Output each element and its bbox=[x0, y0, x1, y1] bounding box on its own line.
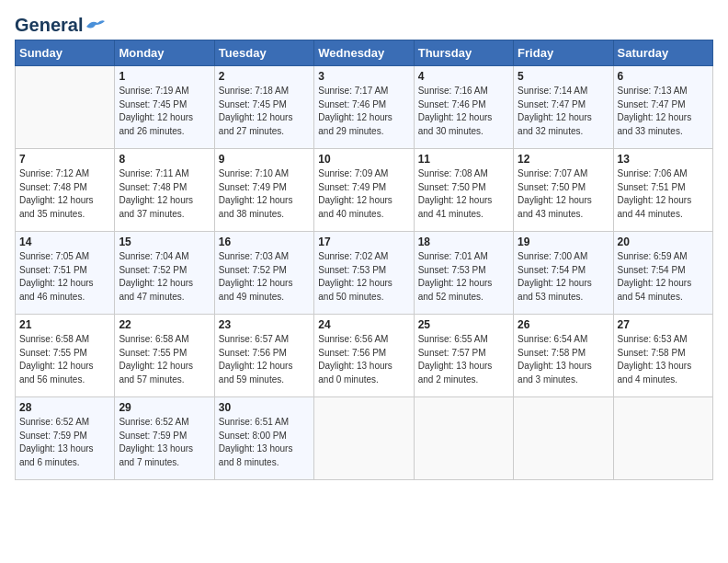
calendar-week-2: 7Sunrise: 7:12 AM Sunset: 7:48 PM Daylig… bbox=[16, 149, 713, 232]
day-info: Sunrise: 6:52 AM Sunset: 7:59 PM Dayligh… bbox=[19, 416, 110, 469]
day-number: 21 bbox=[19, 318, 110, 331]
calendar-cell: 22Sunrise: 6:58 AM Sunset: 7:55 PM Dayli… bbox=[115, 315, 214, 397]
calendar-cell: 19Sunrise: 7:00 AM Sunset: 7:54 PM Dayli… bbox=[514, 232, 613, 315]
day-number: 20 bbox=[618, 236, 709, 248]
calendar-cell: 1Sunrise: 7:19 AM Sunset: 7:45 PM Daylig… bbox=[115, 66, 214, 149]
day-info: Sunrise: 7:02 AM Sunset: 7:53 PM Dayligh… bbox=[318, 250, 409, 304]
col-header-saturday: Saturday bbox=[613, 40, 712, 66]
day-number: 14 bbox=[19, 236, 110, 248]
calendar-cell: 8Sunrise: 7:11 AM Sunset: 7:48 PM Daylig… bbox=[115, 149, 214, 232]
day-info: Sunrise: 7:00 AM Sunset: 7:54 PM Dayligh… bbox=[518, 250, 609, 304]
calendar-cell: 16Sunrise: 7:03 AM Sunset: 7:52 PM Dayli… bbox=[214, 232, 313, 315]
calendar-cell: 11Sunrise: 7:08 AM Sunset: 7:50 PM Dayli… bbox=[414, 149, 513, 232]
day-number: 24 bbox=[318, 318, 409, 331]
calendar-cell: 15Sunrise: 7:04 AM Sunset: 7:52 PM Dayli… bbox=[115, 232, 214, 315]
day-info: Sunrise: 7:03 AM Sunset: 7:52 PM Dayligh… bbox=[219, 250, 310, 304]
calendar-cell: 28Sunrise: 6:52 AM Sunset: 7:59 PM Dayli… bbox=[16, 397, 115, 480]
day-info: Sunrise: 7:09 AM Sunset: 7:49 PM Dayligh… bbox=[318, 167, 409, 221]
calendar-cell: 3Sunrise: 7:17 AM Sunset: 7:46 PM Daylig… bbox=[314, 66, 414, 149]
day-number: 16 bbox=[219, 236, 310, 248]
calendar-cell bbox=[16, 66, 115, 149]
day-number: 1 bbox=[119, 70, 210, 83]
day-info: Sunrise: 6:52 AM Sunset: 7:59 PM Dayligh… bbox=[119, 416, 210, 469]
day-number: 2 bbox=[219, 70, 310, 83]
day-info: Sunrise: 6:54 AM Sunset: 7:58 PM Dayligh… bbox=[518, 333, 609, 386]
day-number: 25 bbox=[418, 318, 509, 331]
day-number: 9 bbox=[219, 153, 310, 166]
calendar-cell bbox=[613, 397, 712, 480]
day-number: 22 bbox=[119, 318, 210, 331]
calendar-header: SundayMondayTuesdayWednesdayThursdayFrid… bbox=[16, 40, 713, 66]
col-header-thursday: Thursday bbox=[414, 40, 513, 66]
calendar-cell: 2Sunrise: 7:18 AM Sunset: 7:45 PM Daylig… bbox=[214, 66, 313, 149]
calendar-cell: 9Sunrise: 7:10 AM Sunset: 7:49 PM Daylig… bbox=[214, 149, 313, 232]
day-info: Sunrise: 6:58 AM Sunset: 7:55 PM Dayligh… bbox=[19, 333, 110, 386]
col-header-monday: Monday bbox=[115, 40, 214, 66]
day-info: Sunrise: 7:06 AM Sunset: 7:51 PM Dayligh… bbox=[618, 167, 709, 221]
calendar-cell: 27Sunrise: 6:53 AM Sunset: 7:58 PM Dayli… bbox=[613, 315, 712, 397]
day-number: 30 bbox=[219, 401, 310, 414]
calendar-week-4: 21Sunrise: 6:58 AM Sunset: 7:55 PM Dayli… bbox=[16, 315, 713, 397]
day-info: Sunrise: 6:57 AM Sunset: 7:56 PM Dayligh… bbox=[219, 333, 310, 386]
day-info: Sunrise: 7:12 AM Sunset: 7:48 PM Dayligh… bbox=[19, 167, 110, 221]
day-number: 4 bbox=[418, 70, 509, 83]
day-number: 12 bbox=[518, 153, 609, 166]
calendar-cell: 14Sunrise: 7:05 AM Sunset: 7:51 PM Dayli… bbox=[16, 232, 115, 315]
day-number: 27 bbox=[618, 318, 709, 331]
day-number: 28 bbox=[19, 401, 110, 414]
day-number: 29 bbox=[119, 401, 210, 414]
calendar-week-1: 1Sunrise: 7:19 AM Sunset: 7:45 PM Daylig… bbox=[16, 66, 713, 149]
day-number: 10 bbox=[318, 153, 409, 166]
col-header-sunday: Sunday bbox=[16, 40, 115, 66]
day-info: Sunrise: 7:19 AM Sunset: 7:45 PM Dayligh… bbox=[119, 85, 210, 138]
calendar-week-5: 28Sunrise: 6:52 AM Sunset: 7:59 PM Dayli… bbox=[16, 397, 713, 480]
calendar-cell: 20Sunrise: 6:59 AM Sunset: 7:54 PM Dayli… bbox=[613, 232, 712, 315]
day-number: 26 bbox=[518, 318, 609, 331]
calendar-cell: 24Sunrise: 6:56 AM Sunset: 7:56 PM Dayli… bbox=[314, 315, 414, 397]
day-info: Sunrise: 7:04 AM Sunset: 7:52 PM Dayligh… bbox=[119, 250, 210, 304]
col-header-wednesday: Wednesday bbox=[314, 40, 414, 66]
calendar-cell: 5Sunrise: 7:14 AM Sunset: 7:47 PM Daylig… bbox=[514, 66, 613, 149]
day-number: 7 bbox=[19, 153, 110, 166]
day-number: 13 bbox=[618, 153, 709, 166]
calendar-cell: 21Sunrise: 6:58 AM Sunset: 7:55 PM Dayli… bbox=[16, 315, 115, 397]
col-header-friday: Friday bbox=[514, 40, 613, 66]
calendar-cell: 12Sunrise: 7:07 AM Sunset: 7:50 PM Dayli… bbox=[514, 149, 613, 232]
day-info: Sunrise: 6:55 AM Sunset: 7:57 PM Dayligh… bbox=[418, 333, 509, 386]
day-info: Sunrise: 6:56 AM Sunset: 7:56 PM Dayligh… bbox=[318, 333, 409, 386]
calendar-cell: 6Sunrise: 7:13 AM Sunset: 7:47 PM Daylig… bbox=[613, 66, 712, 149]
day-info: Sunrise: 7:14 AM Sunset: 7:47 PM Dayligh… bbox=[518, 85, 609, 138]
col-header-tuesday: Tuesday bbox=[214, 40, 313, 66]
calendar-table: SundayMondayTuesdayWednesdayThursdayFrid… bbox=[15, 40, 713, 480]
day-info: Sunrise: 7:07 AM Sunset: 7:50 PM Dayligh… bbox=[518, 167, 609, 221]
day-info: Sunrise: 7:11 AM Sunset: 7:48 PM Dayligh… bbox=[119, 167, 210, 221]
calendar-cell: 25Sunrise: 6:55 AM Sunset: 7:57 PM Dayli… bbox=[414, 315, 513, 397]
calendar-cell bbox=[514, 397, 613, 480]
day-info: Sunrise: 6:51 AM Sunset: 8:00 PM Dayligh… bbox=[219, 416, 310, 469]
day-info: Sunrise: 7:13 AM Sunset: 7:47 PM Dayligh… bbox=[618, 85, 709, 138]
page-header: General bbox=[15, 15, 713, 32]
day-number: 23 bbox=[219, 318, 310, 331]
calendar-cell: 13Sunrise: 7:06 AM Sunset: 7:51 PM Dayli… bbox=[613, 149, 712, 232]
day-info: Sunrise: 7:17 AM Sunset: 7:46 PM Dayligh… bbox=[318, 85, 409, 138]
calendar-cell: 10Sunrise: 7:09 AM Sunset: 7:49 PM Dayli… bbox=[314, 149, 414, 232]
calendar-cell: 26Sunrise: 6:54 AM Sunset: 7:58 PM Dayli… bbox=[514, 315, 613, 397]
day-info: Sunrise: 7:18 AM Sunset: 7:45 PM Dayligh… bbox=[219, 85, 310, 138]
calendar-week-3: 14Sunrise: 7:05 AM Sunset: 7:51 PM Dayli… bbox=[16, 232, 713, 315]
day-number: 6 bbox=[618, 70, 709, 83]
calendar-cell: 4Sunrise: 7:16 AM Sunset: 7:46 PM Daylig… bbox=[414, 66, 513, 149]
day-number: 8 bbox=[119, 153, 210, 166]
calendar-cell: 23Sunrise: 6:57 AM Sunset: 7:56 PM Dayli… bbox=[214, 315, 313, 397]
calendar-cell bbox=[314, 397, 414, 480]
day-number: 5 bbox=[518, 70, 609, 83]
logo: General bbox=[15, 15, 105, 32]
day-number: 18 bbox=[418, 236, 509, 248]
day-number: 15 bbox=[119, 236, 210, 248]
day-number: 11 bbox=[418, 153, 509, 166]
day-info: Sunrise: 6:58 AM Sunset: 7:55 PM Dayligh… bbox=[119, 333, 210, 386]
calendar-cell bbox=[414, 397, 513, 480]
logo-text: General bbox=[15, 15, 83, 36]
day-number: 19 bbox=[518, 236, 609, 248]
logo-bird-icon bbox=[85, 17, 105, 34]
day-info: Sunrise: 7:05 AM Sunset: 7:51 PM Dayligh… bbox=[19, 250, 110, 304]
